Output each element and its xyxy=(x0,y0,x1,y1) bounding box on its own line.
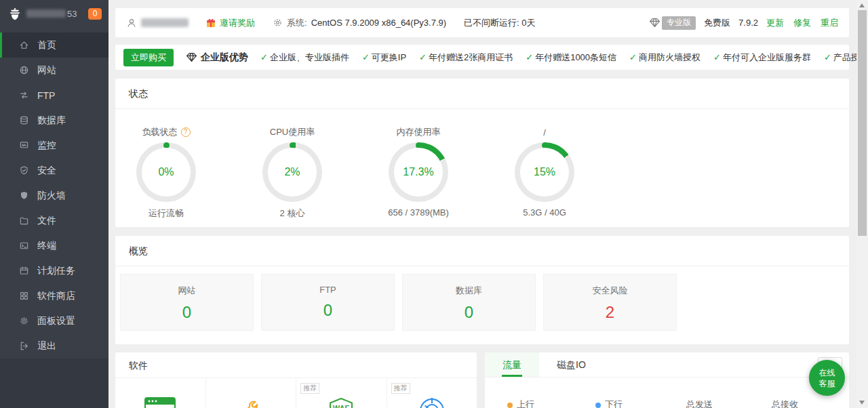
calendar-icon xyxy=(19,266,29,276)
legend-total-received: 总接收 xyxy=(772,399,798,408)
overview-card-ftp[interactable]: FTP 0 xyxy=(261,274,395,331)
plan-badge-group[interactable]: 专业版 xyxy=(649,16,696,30)
sidebar-item-label: FTP xyxy=(37,90,55,101)
sidebar-item-label: 数据库 xyxy=(37,115,66,127)
server-name[interactable]: 53 xyxy=(26,9,77,19)
invite-reward[interactable]: 邀请奖励 xyxy=(206,17,255,29)
shield-check-icon xyxy=(19,165,29,176)
overview-card-value: 0 xyxy=(403,303,535,322)
check-icon: ✓ xyxy=(260,52,268,62)
sidebar-item-terminal[interactable]: 终端 xyxy=(0,233,108,258)
software-item-target[interactable]: 推荐 xyxy=(387,378,477,408)
sidebar-item-label: 安全 xyxy=(37,165,56,177)
gauge-label: CPU使用率 xyxy=(270,126,315,138)
sidebar-item-label: 首页 xyxy=(37,39,56,52)
sidebar-item-monitor[interactable]: 监控 xyxy=(0,133,108,158)
legend-dot-blue xyxy=(595,403,601,408)
software-item-waf[interactable]: 推荐 WAF xyxy=(296,378,387,408)
sidebar-item-appstore[interactable]: 软件商店 xyxy=(0,283,108,308)
memory-gauge-ring: 17.3% xyxy=(389,142,448,202)
overview-card-security-risk[interactable]: 安全风险 2 xyxy=(543,274,677,331)
online-support-button[interactable]: 在线 客服 xyxy=(809,360,845,396)
globe-icon xyxy=(19,65,29,75)
software-item-1[interactable] xyxy=(115,378,206,408)
promo-feature: ✓可更换IP xyxy=(362,52,406,64)
message-count-badge[interactable]: 0 xyxy=(88,8,102,20)
sidebar-item-label: 终端 xyxy=(37,240,56,252)
sidebar-item-security[interactable]: 安全 xyxy=(0,158,108,183)
user-account[interactable] xyxy=(126,18,189,28)
sidebar-item-home[interactable]: 首页 xyxy=(0,33,108,58)
overview-card-label: 安全风险 xyxy=(544,285,676,297)
support-button-line: 在线 xyxy=(819,367,835,378)
invite-reward-label: 邀请奖励 xyxy=(220,17,255,29)
sidebar-item-database[interactable]: 数据库 xyxy=(0,108,108,133)
recommend-tag: 推荐 xyxy=(300,383,319,394)
masked-server-name xyxy=(26,9,66,18)
sidebar-item-ftp[interactable]: FTP xyxy=(0,83,108,108)
uptime: 已不间断运行: 0天 xyxy=(464,17,535,29)
scroll-down-arrow-icon[interactable] xyxy=(859,401,865,405)
diamond-icon xyxy=(649,18,660,28)
gear-icon xyxy=(19,316,29,326)
sidebar-item-cron[interactable]: 计划任务 xyxy=(0,258,108,283)
tab-disk-io[interactable]: 磁盘IO xyxy=(539,352,604,377)
promo-title-text: 企业版优势 xyxy=(201,52,248,64)
home-icon xyxy=(19,40,29,50)
sidebar-item-files[interactable]: 文件 xyxy=(0,208,108,233)
promo-feature: ✓商用防火墙授权 xyxy=(629,52,701,64)
repair-link[interactable]: 修复 xyxy=(793,17,811,29)
promo-feature: ✓年付可入企业版服务群 xyxy=(713,52,811,64)
terminal-icon xyxy=(19,241,29,251)
restart-link[interactable]: 重启 xyxy=(821,17,838,29)
check-icon: ✓ xyxy=(713,52,721,62)
gauge-label: 内存使用率 xyxy=(397,126,441,138)
gauge-cpu: CPU使用率 2% 2 核心 xyxy=(241,126,343,220)
sidebar-item-label: 文件 xyxy=(37,215,56,227)
sidebar: 53 0 首页 网站 FTP 数据库 监控 安全 防火墙 xyxy=(0,0,108,408)
tab-traffic[interactable]: 流量 xyxy=(485,352,539,377)
check-icon: ✓ xyxy=(419,52,427,62)
monitor-icon xyxy=(19,140,29,150)
overview-card-website[interactable]: 网站 0 xyxy=(120,274,254,331)
transfer-icon xyxy=(19,90,29,100)
tools-icon xyxy=(237,397,265,408)
gauge-percent: 17.3% xyxy=(394,148,443,197)
overview-card-database[interactable]: 数据库 0 xyxy=(402,274,536,331)
edition-label: 免费版 xyxy=(704,17,730,29)
gauge-label: 负载状态 xyxy=(142,126,178,138)
software-item-2[interactable] xyxy=(206,378,297,408)
grid-icon xyxy=(19,291,29,301)
overview-title: 概览 xyxy=(115,236,849,266)
check-icon: ✓ xyxy=(362,52,370,62)
gauge-disk-root: / 15% 5.3G / 40G xyxy=(494,126,595,218)
page-scrollbar[interactable] xyxy=(856,0,868,408)
folder-icon xyxy=(19,216,29,226)
sidebar-item-label: 计划任务 xyxy=(37,265,75,277)
sidebar-footer-area xyxy=(0,359,108,408)
help-icon[interactable]: ? xyxy=(181,127,191,137)
update-link[interactable]: 更新 xyxy=(766,17,784,29)
buy-now-button[interactable]: 立即购买 xyxy=(123,49,174,66)
sidebar-item-firewall[interactable]: 防火墙 xyxy=(0,183,108,208)
scroll-up-arrow-icon[interactable] xyxy=(859,3,865,7)
sidebar-header: 53 0 xyxy=(0,0,108,27)
sidebar-item-settings[interactable]: 面板设置 xyxy=(0,308,108,333)
gauge-sub: 656 / 3789(MB) xyxy=(368,207,469,218)
system-label: 系统: xyxy=(287,17,307,29)
gauge-percent: 15% xyxy=(520,148,569,197)
promo-features: ✓企业版、专业版插件 ✓可更换IP ✓年付赠送2张商用证书 ✓年付赠送1000条… xyxy=(260,52,868,64)
sidebar-item-website[interactable]: 网站 xyxy=(0,58,108,83)
sidebar-item-label: 面板设置 xyxy=(37,315,75,327)
diamond-icon xyxy=(186,52,197,62)
status-title: 状态 xyxy=(115,79,849,109)
overview-card-label: FTP xyxy=(262,285,394,295)
gauge-percent: 2% xyxy=(268,148,317,197)
sidebar-menu: 首页 网站 FTP 数据库 监控 安全 防火墙 文件 xyxy=(0,27,108,359)
scrollbar-thumb[interactable] xyxy=(858,10,867,236)
sidebar-item-logout[interactable]: 退出 xyxy=(0,333,108,359)
support-button-line: 客服 xyxy=(819,378,835,389)
check-icon: ✓ xyxy=(526,52,533,62)
check-icon: ✓ xyxy=(824,52,831,62)
uptime-label: 已不间断运行: 0天 xyxy=(464,17,535,29)
